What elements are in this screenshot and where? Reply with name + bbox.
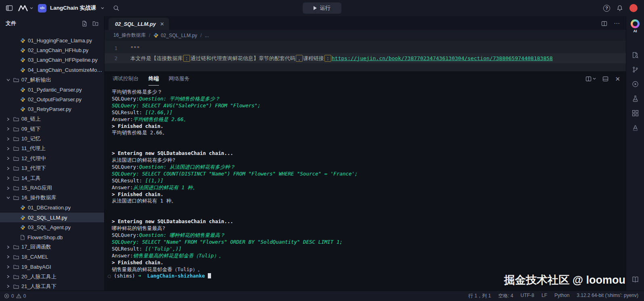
font-icon[interactable] (626, 120, 644, 135)
tree-item-folder[interactable]: 18_CAMEL (0, 252, 104, 262)
ai-assistant-button[interactable]: AI (631, 19, 640, 33)
terminal-cursor (208, 273, 211, 278)
new-folder-icon[interactable] (92, 21, 98, 27)
terminal-line: 哪种鲜花的销售量最高? (112, 225, 626, 232)
tree-item-file[interactable]: 02_SQL_LLM.py (0, 213, 104, 222)
chevron-right-icon (6, 284, 11, 288)
tree-item-label: 02_LangChain_HFHub.py (28, 47, 88, 53)
tree-item-file[interactable]: 03_RetryParser.py (0, 105, 104, 114)
tree-item-folder[interactable]: 16_操作数据库 (0, 193, 104, 203)
code-editor[interactable]: 1"""2本文件是【连接数据库：通过链和代理查询鲜花信息】章节的配套代码，课程链… (105, 41, 626, 71)
status-right: 行 1，列 1空格: 4UTF-8LFPython3.12.2 64-bit (… (468, 293, 638, 299)
project-badge-text: </> (40, 6, 45, 10)
terminal-layout-icon[interactable] (585, 76, 596, 82)
terminal-text: > Finished chain. (112, 123, 163, 129)
flask-icon[interactable] (626, 91, 644, 106)
tree-item-folder[interactable]: 21_人脉工具下 (0, 282, 104, 291)
tree-item-file[interactable]: 03_SQL_Agent.py (0, 222, 104, 232)
python-file-icon (20, 205, 25, 210)
close-icon[interactable]: ✕ (160, 21, 164, 27)
sidebar-toggle-icon[interactable] (6, 5, 13, 11)
terminal-line: SQLQuery:Question: 从法国进口的鲜花有多少种？ (112, 164, 626, 171)
terminal-text: SQLQuery: SELECT "Name" FROM "Flowers" O… (112, 239, 343, 245)
tree-item-file[interactable]: 01_Pydantic_Parser.py (0, 85, 104, 94)
breadcrumb-item[interactable]: ... (205, 33, 209, 38)
folder-icon (13, 166, 19, 171)
breadcrumb-item-label: 16_操作数据库 (113, 32, 146, 39)
panel-tab-debug-console[interactable]: 调试控制台 (113, 72, 139, 86)
tree-item-label: 14_工具 (21, 175, 41, 182)
tree-item-folder[interactable]: 10_记忆 (0, 134, 104, 144)
terminal[interactable]: 平均销售价格是多少？SQLQuery:Question: 平均销售价格是多少？S… (105, 86, 626, 291)
terminal-line: SQLQuery:Question: 平均销售价格是多少？ (112, 96, 626, 102)
panel-tabs: 调试控制台终端网络服务 (113, 72, 190, 86)
more-actions-icon[interactable]: ⋯ (614, 20, 620, 27)
split-editor-icon[interactable] (601, 21, 607, 26)
tree-item-folder[interactable]: 09_链下 (0, 124, 104, 134)
git-branch-icon[interactable] (626, 62, 644, 77)
tree-item-label: 12_代理中 (21, 155, 46, 162)
panel-tab-terminal[interactable]: 终端 (148, 72, 159, 86)
app-logo[interactable] (18, 4, 33, 12)
tree-item-folder[interactable]: 11_代理上 (0, 144, 104, 153)
tree-item-file[interactable]: 01_DBCreation.py (0, 203, 104, 213)
status-item[interactable]: UTF-8 (521, 293, 534, 299)
user-avatar[interactable] (629, 4, 638, 12)
tree-item-file[interactable]: 04_LangChain_CustomizeMod... (0, 65, 104, 75)
code-link[interactable]: https://juejin.cn/book/73877023474361303… (332, 55, 553, 61)
tree-item-file[interactable]: 02_LangChain_HFHub.py (0, 45, 104, 55)
tree-item-folder[interactable]: 20_人脉工具上 (0, 272, 104, 281)
workbench: 文件 01_HuggingFace_Llama.py02_LangChain_H… (0, 16, 644, 291)
tree-item-label: 02_OutputFixParser.py (28, 96, 82, 102)
tree-item-folder[interactable]: 15_RAG应用 (0, 183, 104, 193)
folder-icon (13, 136, 19, 141)
line-number: 1 (105, 46, 123, 51)
panel-tab-network-service[interactable]: 网络服务 (169, 72, 190, 86)
tree-item-folder[interactable]: 07_解析输出 (0, 75, 104, 85)
editor-tab[interactable]: 02_SQL_LLM.py ✕ (109, 18, 169, 30)
code-segment: ： (183, 55, 190, 62)
tree-item-file[interactable]: 01_HuggingFace_Llama.py (0, 36, 104, 45)
tree-item-folder[interactable]: 14_工具 (0, 173, 104, 183)
status-item[interactable]: 空格: 4 (498, 293, 513, 299)
tree-item-folder[interactable]: 08_链上 (0, 114, 104, 124)
maximize-panel-icon[interactable] (602, 76, 608, 82)
breadcrumb-item[interactable]: 16_操作数据库 (113, 32, 146, 39)
status-item[interactable]: 3.12.2 64-bit ('shims': pyenv) (577, 293, 638, 299)
tree-item-file[interactable]: 02_OutputFixParser.py (0, 94, 104, 104)
terminal-line: SQLResult: [(1,)] (112, 178, 626, 184)
terminal-text: Answer: (112, 253, 133, 259)
tree-item-file[interactable]: 03_LangChain_HFPipeline.py (0, 55, 104, 65)
tree-item-folder[interactable]: 19_BabyAGI (0, 262, 104, 272)
problems-indicator[interactable]: 0 0 (4, 293, 26, 299)
status-item[interactable]: 行 1，列 1 (468, 293, 491, 299)
search-icon[interactable] (113, 5, 119, 11)
chevron-right-icon (6, 255, 11, 259)
tree-item-label: 17_回调函数 (21, 243, 51, 251)
close-panel-icon[interactable]: ✕ (615, 76, 620, 82)
status-item[interactable]: Python (554, 293, 569, 299)
new-file-icon[interactable] (82, 21, 88, 27)
folder-icon (13, 264, 19, 269)
tree-item-label: 01_HuggingFace_Llama.py (28, 38, 92, 44)
terminal-text: > Entering new SQLDatabaseChain chain... (112, 218, 233, 224)
tree-item-folder[interactable]: 17_回调函数 (0, 242, 104, 252)
help-icon[interactable]: ? (603, 5, 610, 12)
tree-item-label: 16_操作数据库 (21, 194, 56, 201)
breadcrumb-item[interactable]: 02_SQL_LLM.py (153, 33, 197, 38)
project-selector[interactable]: LangChain 实战课 (50, 4, 96, 12)
chevron-down-icon (593, 77, 596, 80)
status-item[interactable]: LF (542, 293, 547, 299)
tree-item-file[interactable]: FlowerShop.db (0, 232, 104, 242)
run-button[interactable]: 运行 (303, 2, 341, 14)
tree-item-label: 09_链下 (21, 125, 41, 133)
breadcrumb-separator: / (149, 33, 150, 38)
file-search-icon[interactable] (626, 48, 644, 62)
tree-item-folder[interactable]: 13_代理下 (0, 163, 104, 173)
breadcrumb-item-label: ... (205, 33, 209, 38)
extensions-icon[interactable] (626, 106, 644, 120)
tree-item-folder[interactable]: 12_代理中 (0, 154, 104, 163)
bell-icon[interactable] (617, 5, 623, 11)
book-icon[interactable] (626, 272, 644, 286)
debug-icon[interactable] (626, 77, 644, 91)
